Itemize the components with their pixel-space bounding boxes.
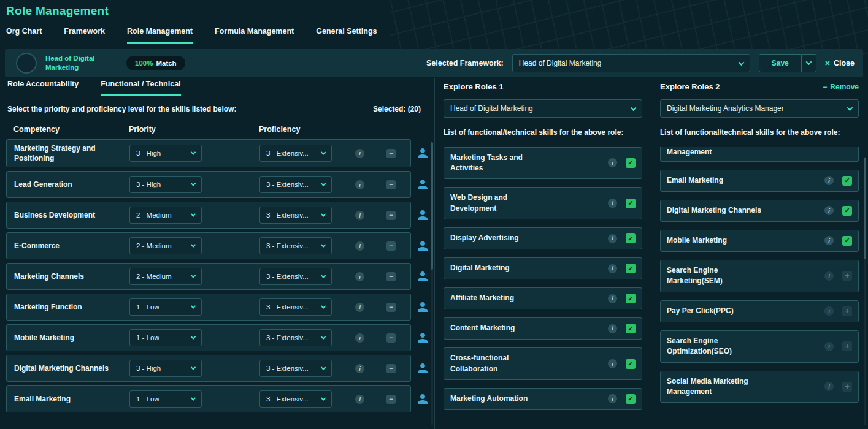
priority-select[interactable]: 2 - Medium: [129, 207, 202, 224]
info-icon[interactable]: i: [824, 271, 834, 281]
remove-skill-icon[interactable]: −: [386, 303, 396, 312]
priority-select[interactable]: 1 - Low: [129, 329, 202, 346]
close-button[interactable]: × Close: [825, 59, 855, 67]
assign-person-icon[interactable]: [416, 146, 429, 160]
remove-skill-icon[interactable]: −: [386, 333, 396, 343]
info-icon[interactable]: i: [355, 303, 364, 312]
proficiency-select[interactable]: 3 - Extensiv...: [259, 298, 332, 316]
info-icon[interactable]: i: [608, 359, 617, 368]
checkbox-checked-icon[interactable]: ✓: [626, 158, 636, 168]
info-icon[interactable]: i: [355, 333, 364, 343]
proficiency-select[interactable]: 3 - Extensiv...: [259, 176, 332, 193]
info-icon[interactable]: i: [608, 264, 617, 273]
checkbox-checked-icon[interactable]: ✓: [842, 236, 852, 246]
nav-tab-framework[interactable]: Framework: [64, 27, 105, 44]
proficiency-select[interactable]: 3 - Extensiv...: [259, 207, 332, 224]
role-management-screen: Role Management Org Chart Framework Role…: [0, 0, 868, 429]
save-dropdown-button[interactable]: [802, 54, 816, 72]
assign-person-icon[interactable]: [416, 300, 429, 314]
remove-skill-icon[interactable]: −: [386, 364, 396, 373]
checkbox-checked-icon[interactable]: ✓: [626, 359, 636, 369]
checkbox-checked-icon[interactable]: ✓: [626, 394, 636, 404]
info-icon[interactable]: i: [355, 241, 364, 251]
priority-select[interactable]: 3 - High: [129, 360, 202, 377]
add-skill-icon[interactable]: +: [842, 382, 852, 392]
remove-skill-icon[interactable]: −: [386, 241, 396, 251]
info-icon[interactable]: i: [608, 234, 617, 243]
info-icon[interactable]: i: [824, 342, 834, 351]
info-icon[interactable]: i: [824, 236, 834, 245]
chevron-down-icon: [191, 365, 196, 370]
remove-skill-icon[interactable]: −: [386, 211, 396, 220]
explore-2-role-select[interactable]: Digital Marketing Analytics Manager: [660, 99, 859, 118]
remove-panel-button[interactable]: − Remove: [823, 83, 859, 91]
checkbox-checked-icon[interactable]: ✓: [626, 264, 636, 273]
info-icon[interactable]: i: [355, 149, 364, 158]
info-icon[interactable]: i: [608, 394, 617, 403]
add-skill-icon[interactable]: +: [842, 306, 852, 316]
info-icon[interactable]: i: [608, 294, 617, 303]
checkbox-checked-icon[interactable]: ✓: [626, 294, 636, 303]
info-icon[interactable]: i: [824, 206, 834, 215]
assign-person-icon[interactable]: [416, 178, 429, 191]
info-icon[interactable]: i: [355, 395, 364, 404]
checkbox-checked-icon[interactable]: ✓: [626, 233, 636, 243]
assign-person-icon[interactable]: [416, 239, 429, 252]
remove-skill-icon[interactable]: −: [386, 149, 396, 158]
priority-select[interactable]: 2 - Medium: [129, 237, 202, 254]
checkbox-checked-icon[interactable]: ✓: [626, 324, 636, 333]
info-icon[interactable]: i: [355, 272, 364, 281]
nav-tab-role-management[interactable]: Role Management: [127, 27, 193, 44]
nav-tab-general-settings[interactable]: General Settings: [316, 27, 377, 44]
info-icon[interactable]: i: [608, 158, 617, 167]
left-list-scrollbar[interactable]: [431, 142, 433, 425]
priority-select[interactable]: 1 - Low: [129, 390, 202, 408]
nav-tab-formula-management[interactable]: Formula Management: [215, 27, 294, 44]
proficiency-select[interactable]: 3 - Extensiv...: [259, 145, 332, 162]
proficiency-select[interactable]: 3 - Extensiv...: [259, 268, 332, 285]
info-icon[interactable]: i: [824, 382, 834, 391]
checkbox-checked-icon[interactable]: ✓: [842, 176, 852, 186]
skill-card: Digital Marketing i✓: [444, 257, 642, 279]
priority-select[interactable]: 2 - Medium: [129, 268, 202, 285]
tab-functional-technical[interactable]: Functional / Technical: [101, 80, 180, 96]
info-icon[interactable]: i: [355, 211, 364, 220]
assign-person-icon[interactable]: [416, 208, 429, 222]
skill-card: Email Marketing i✓: [660, 170, 859, 192]
proficiency-select[interactable]: 3 - Extensiv...: [259, 237, 332, 254]
proficiency-select[interactable]: 3 - Extensiv...: [259, 390, 332, 408]
checkbox-checked-icon[interactable]: ✓: [626, 199, 636, 208]
match-value: 100%: [135, 59, 153, 67]
nav-tab-org-chart[interactable]: Org Chart: [6, 27, 42, 44]
selected-framework-label: Selected Framework:: [426, 59, 504, 67]
info-icon[interactable]: i: [824, 176, 834, 185]
competency-name: Business Development: [14, 210, 115, 220]
priority-select[interactable]: 1 - Low: [129, 298, 202, 316]
assign-person-icon[interactable]: [416, 270, 429, 283]
checkbox-checked-icon[interactable]: ✓: [842, 206, 852, 216]
skill-name: Web Design and Development: [450, 192, 550, 214]
info-icon[interactable]: i: [355, 180, 364, 189]
proficiency-value: 3 - Extensiv...: [266, 334, 309, 341]
explore-2-scrollbar[interactable]: [864, 157, 866, 425]
proficiency-select[interactable]: 3 - Extensiv...: [259, 360, 332, 377]
remove-skill-icon[interactable]: −: [386, 180, 396, 189]
remove-skill-icon[interactable]: −: [386, 395, 396, 404]
add-skill-icon[interactable]: +: [842, 341, 852, 351]
save-button[interactable]: Save: [759, 54, 802, 72]
assign-person-icon[interactable]: [416, 362, 429, 375]
framework-select[interactable]: Head of Digital Marketing: [512, 54, 750, 72]
explore-1-role-select[interactable]: Head of Digital Marketing: [444, 99, 642, 118]
tab-role-accountability[interactable]: Role Accountability: [7, 80, 79, 96]
priority-select[interactable]: 3 - High: [129, 145, 202, 162]
info-icon[interactable]: i: [608, 199, 617, 208]
assign-person-icon[interactable]: [416, 331, 429, 344]
add-skill-icon[interactable]: +: [842, 271, 852, 281]
proficiency-select[interactable]: 3 - Extensiv...: [259, 329, 332, 346]
priority-select[interactable]: 3 - High: [129, 176, 202, 193]
info-icon[interactable]: i: [824, 306, 834, 316]
info-icon[interactable]: i: [608, 324, 617, 333]
assign-person-icon[interactable]: [416, 392, 429, 406]
remove-skill-icon[interactable]: −: [386, 272, 396, 281]
info-icon[interactable]: i: [355, 364, 364, 373]
